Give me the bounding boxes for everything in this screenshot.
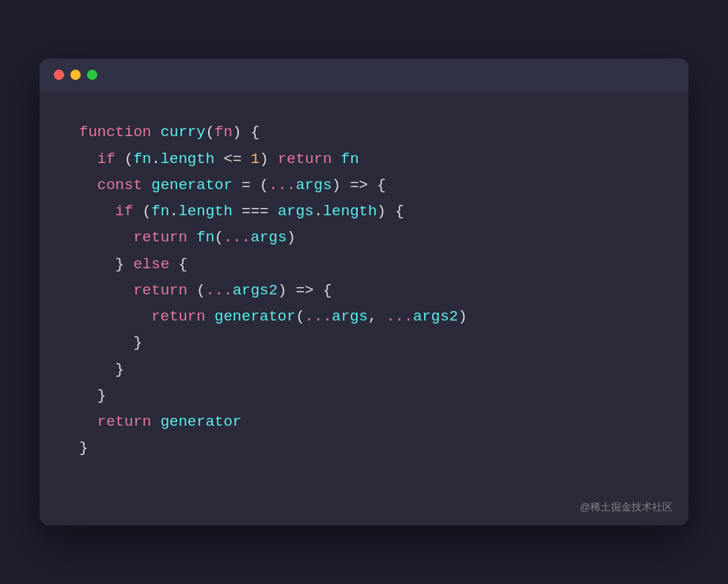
minimize-button[interactable] xyxy=(70,70,81,80)
code-line-13: } xyxy=(79,435,649,461)
maximize-button[interactable] xyxy=(87,70,97,80)
code-line-5: return fn(...args) xyxy=(79,225,649,251)
code-line-11: } xyxy=(79,383,649,409)
code-line-8: return generator(...args, ...args2) xyxy=(79,304,649,330)
code-block: function curry(fn) { if (fn.length <= 1)… xyxy=(40,91,688,493)
code-line-1: function curry(fn) { xyxy=(79,119,649,146)
titlebar xyxy=(40,59,688,91)
code-line-6: } else { xyxy=(79,252,649,278)
code-line-7: return (...args2) => { xyxy=(79,278,649,304)
code-line-3: const generator = (...args) => { xyxy=(79,173,649,199)
code-line-2: if (fn.length <= 1) return fn xyxy=(79,146,649,173)
code-window: function curry(fn) { if (fn.length <= 1)… xyxy=(40,59,688,525)
watermark: @稀土掘金技术社区 xyxy=(40,494,688,525)
close-button[interactable] xyxy=(54,70,64,80)
code-line-9: } xyxy=(79,330,649,356)
code-line-12: return generator xyxy=(79,409,649,435)
code-line-10: } xyxy=(79,357,649,383)
code-line-4: if (fn.length === args.length) { xyxy=(79,199,649,225)
